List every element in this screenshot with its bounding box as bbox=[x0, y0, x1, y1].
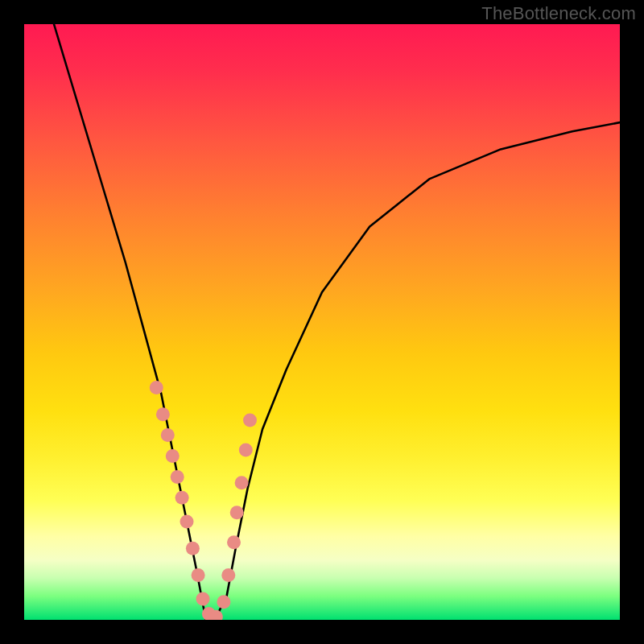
marker-dot bbox=[171, 470, 184, 484]
curve-markers bbox=[150, 381, 257, 620]
marker-dot bbox=[221, 568, 235, 582]
marker-dot bbox=[180, 514, 194, 528]
marker-dot bbox=[186, 542, 200, 555]
marker-dot bbox=[239, 444, 253, 457]
marker-dot bbox=[161, 428, 175, 442]
marker-dot bbox=[230, 506, 244, 519]
marker-dot bbox=[150, 381, 163, 394]
marker-dot bbox=[156, 407, 170, 421]
marker-dot bbox=[235, 476, 249, 489]
watermark-text: TheBottleneck.com bbox=[481, 3, 636, 24]
marker-dot bbox=[227, 535, 241, 549]
plot-area bbox=[24, 24, 620, 620]
marker-dot bbox=[217, 595, 230, 609]
marker-dot bbox=[175, 491, 189, 505]
marker-dot bbox=[196, 592, 210, 606]
marker-dot bbox=[243, 414, 257, 427]
marker-dot bbox=[192, 568, 205, 582]
bottleneck-curve bbox=[54, 24, 620, 620]
chart-frame: TheBottleneck.com bbox=[0, 0, 644, 644]
chart-overlay bbox=[24, 24, 620, 620]
marker-dot bbox=[166, 449, 180, 463]
